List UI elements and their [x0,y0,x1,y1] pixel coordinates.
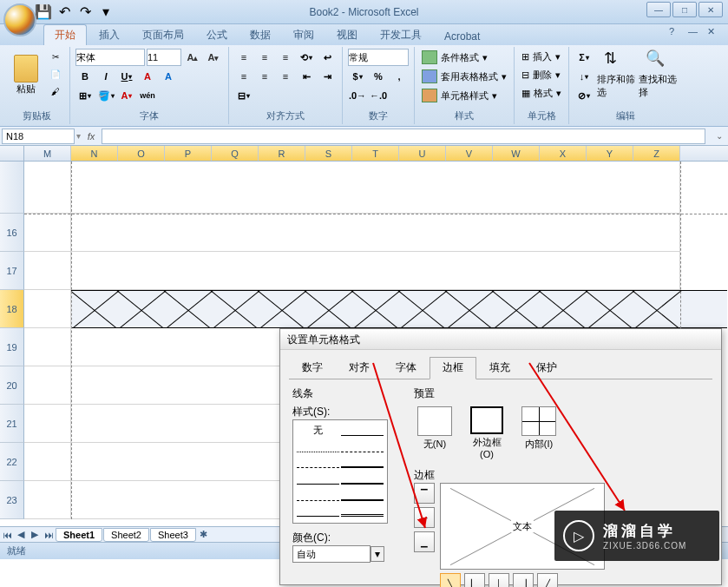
fill-color-button[interactable]: 🪣 [96,87,115,104]
col-header[interactable]: O [118,146,165,161]
row-header[interactable] [0,162,24,214]
underline-button[interactable]: U [117,68,136,85]
find-select-button[interactable]: 🔍 查找和选择 [639,49,677,104]
align-left-icon[interactable]: ≡ [234,68,253,85]
row-header[interactable]: 17 [0,252,24,290]
dlg-tab-number[interactable]: 数字 [289,357,336,379]
line-style-item[interactable] [297,505,339,517]
border-button[interactable]: ⊞ [75,87,95,104]
increase-decimal-icon[interactable]: .0→ [348,87,367,104]
undo-icon[interactable]: ↶ [56,3,73,21]
line-style-none[interactable]: 无 [297,424,339,436]
font-shrink-a-icon[interactable]: A [159,68,178,85]
currency-icon[interactable]: $ [348,68,367,85]
percent-icon[interactable]: % [369,68,388,85]
dlg-tab-alignment[interactable]: 对齐 [336,357,383,379]
italic-button[interactable]: I [96,68,115,85]
color-dropdown-icon[interactable]: ▾ [371,546,384,562]
align-bottom-icon[interactable]: ≡ [276,49,295,66]
orientation-icon[interactable]: ⟲ [297,49,316,66]
sheet-nav-first-icon[interactable]: ⏮ [0,530,14,540]
format-cells-button[interactable]: ▦ 格式 ▾ [520,85,563,102]
maximize-button[interactable]: □ [672,2,697,17]
preset-outline-button[interactable]: 外边框(O) [466,406,508,459]
cell-styles-button[interactable]: 单元格样式 ▾ [420,87,508,104]
col-header[interactable]: N [71,146,118,161]
border-right-button[interactable]: ▕ [513,573,534,587]
redo-icon[interactable]: ↷ [76,3,94,21]
border-diag-up-button[interactable]: ╱ [537,573,558,587]
line-style-item[interactable] [341,440,384,452]
align-center-icon[interactable]: ≡ [255,68,274,85]
close-button[interactable]: ✕ [698,2,723,17]
color-select[interactable] [292,545,371,563]
line-style-list[interactable]: 无 [292,419,388,524]
preset-inside-button[interactable]: 内部(I) [518,406,560,459]
col-header[interactable]: M [24,146,71,161]
save-icon[interactable]: 💾 [35,3,52,21]
line-style-item[interactable] [341,489,384,501]
delete-cells-button[interactable]: ⊟ 删除 ▾ [520,67,563,83]
select-all-corner[interactable] [0,146,24,161]
sheet-tab[interactable]: Sheet3 [150,528,196,542]
col-header[interactable]: S [305,146,352,161]
ribbon-minimize-icon[interactable]: — [688,26,702,40]
sheet-nav-last-icon[interactable]: ⏭ [42,530,56,540]
help-icon[interactable]: ? [669,26,683,40]
col-header[interactable]: Q [212,146,259,161]
phonetic-button[interactable]: wén [138,87,157,104]
copy-icon[interactable]: 📄 [47,66,64,82]
tab-view[interactable]: 视图 [326,25,368,45]
shrink-font-icon[interactable]: A▾ [204,49,223,66]
tab-home[interactable]: 开始 [43,24,87,45]
row-header[interactable]: 19 [0,328,24,366]
row-header[interactable]: 22 [0,443,24,481]
tab-page-layout[interactable]: 页面布局 [132,25,194,45]
col-header[interactable]: T [352,146,399,161]
merge-cells-button[interactable]: ⊟ [234,87,253,104]
sort-filter-button[interactable]: ⇅ 排序和筛选 [597,49,635,104]
qat-dropdown-icon[interactable]: ▾ [97,3,115,21]
fill-button[interactable]: ↓ [574,68,594,85]
sheet-nav-next-icon[interactable]: ▶ [28,529,42,540]
row-header[interactable]: 21 [0,405,24,443]
minimize-button[interactable]: — [646,2,671,17]
doc-close-icon[interactable]: ✕ [707,26,721,40]
tab-insert[interactable]: 插入 [89,25,130,45]
border-top-button[interactable]: ▔ [414,483,435,504]
name-box[interactable]: N18 [2,129,75,144]
font-color-button[interactable]: A [117,87,136,104]
col-header[interactable]: P [165,146,212,161]
border-middle-v-button[interactable]: │ [489,573,509,587]
line-style-item[interactable] [297,456,339,468]
col-header[interactable]: Y [587,146,633,161]
border-left-button[interactable]: ▏ [464,573,485,587]
tab-review[interactable]: 审阅 [283,25,325,45]
border-diag-down-button[interactable]: ╲ [440,573,461,587]
col-header[interactable]: Z [633,146,680,161]
new-sheet-icon[interactable]: ✱ [197,529,211,540]
comma-icon[interactable]: , [390,68,409,85]
line-style-item[interactable] [341,424,384,436]
row-header[interactable]: 23 [0,481,24,519]
row-header[interactable]: 20 [0,366,24,405]
decrease-indent-icon[interactable]: ⇤ [297,68,316,85]
line-style-item[interactable] [297,440,339,452]
sheet-nav-prev-icon[interactable]: ◀ [14,529,28,540]
paste-button[interactable]: 粘贴 [9,49,43,101]
insert-cells-button[interactable]: ⊞ 插入 ▾ [520,49,563,65]
fx-icon[interactable]: fx [81,131,102,142]
line-style-item[interactable] [341,505,384,517]
tab-formulas[interactable]: 公式 [196,25,238,45]
number-format-select[interactable] [348,49,409,66]
cut-icon[interactable]: ✂ [47,49,64,64]
tab-acrobat[interactable]: Acrobat [434,28,490,45]
dlg-tab-border[interactable]: 边框 [430,357,476,379]
format-painter-icon[interactable]: 🖌 [47,83,64,99]
preset-none-button[interactable]: 无(N) [414,406,456,459]
format-table-button[interactable]: 套用表格格式 ▾ [420,68,508,85]
align-top-icon[interactable]: ≡ [234,49,253,66]
border-middle-h-button[interactable]: ─ [414,507,435,528]
conditional-format-button[interactable]: 条件格式 ▾ [420,49,508,66]
col-header[interactable]: U [399,146,446,161]
